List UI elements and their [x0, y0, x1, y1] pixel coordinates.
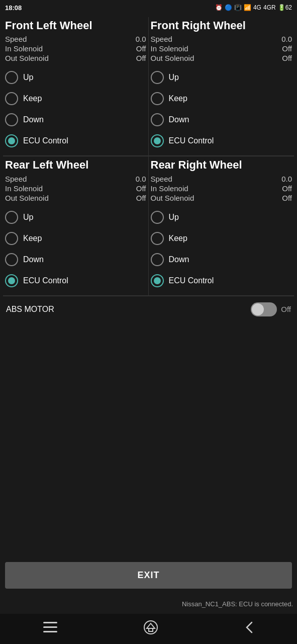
svg-rect-1: [43, 626, 57, 628]
rear-right-up-label: Up: [169, 213, 179, 222]
rear-left-speed-row: Speed 0.0: [5, 174, 146, 184]
rear-left-insolenoid-row: In Solenoid Off: [5, 184, 146, 193]
front-left-down-radio[interactable]: [5, 113, 18, 126]
rear-left-down-radio[interactable]: [5, 253, 18, 266]
speed-label: Speed: [5, 35, 27, 43]
rear-right-ecu-label: ECU Control: [169, 276, 214, 285]
rear-left-ecu-radio[interactable]: [5, 274, 18, 287]
rear-left-down[interactable]: Down: [5, 249, 146, 270]
front-left-down-label: Down: [23, 115, 44, 124]
svg-rect-0: [43, 622, 57, 623]
network-4g: 4G: [253, 4, 261, 11]
front-left-ecu-radio[interactable]: [5, 134, 18, 147]
front-right-keep[interactable]: Keep: [151, 88, 292, 109]
abs-motor-label: ABS MOTOR: [6, 305, 246, 314]
network-4gr: 4GR: [263, 4, 276, 11]
main-content: Front Left Wheel Speed 0.0 In Solenoid O…: [0, 15, 297, 323]
front-right-keep-radio[interactable]: [151, 92, 164, 105]
front-right-outsolenoid-row: Out Solenoid Off: [151, 53, 292, 63]
front-left-keep[interactable]: Keep: [5, 88, 146, 109]
toggle-container: Off: [251, 302, 291, 316]
front-right-down-radio[interactable]: [151, 113, 164, 126]
rear-left-up-label: Up: [23, 213, 33, 222]
front-right-up[interactable]: Up: [151, 67, 292, 88]
front-left-section: Front Left Wheel Speed 0.0 In Solenoid O…: [3, 17, 149, 155]
rear-right-outsolenoid-row: Out Solenoid Off: [151, 193, 292, 203]
front-left-title: Front Left Wheel: [5, 19, 146, 32]
in-solenoid-label-fr: In Solenoid: [151, 44, 188, 53]
status-footer: Nissan_NC1_ABS: ECU is connected.: [0, 598, 297, 610]
rear-left-section: Rear Left Wheel Speed 0.0 In Solenoid Of…: [3, 156, 149, 295]
nav-home-icon[interactable]: [134, 615, 168, 642]
front-right-insolenoid-row: In Solenoid Off: [151, 44, 292, 53]
exit-button[interactable]: EXIT: [5, 562, 292, 589]
front-left-speed-value: 0.0: [136, 35, 146, 43]
front-left-down[interactable]: Down: [5, 109, 146, 130]
front-left-radio-group: Up Keep Down ECU Control: [5, 67, 146, 151]
out-solenoid-label: Out Solenoid: [5, 54, 49, 62]
rear-left-speed-value: 0.0: [136, 175, 146, 183]
rear-right-radio-group: Up Keep Down ECU Control: [151, 207, 292, 291]
toggle-knob: [252, 303, 264, 315]
out-solenoid-label-rr: Out Solenoid: [151, 194, 194, 202]
front-right-radio-group: Up Keep Down ECU Control: [151, 67, 292, 151]
rear-left-insolenoid-value: Off: [136, 184, 146, 193]
front-right-up-radio[interactable]: [151, 71, 164, 84]
front-left-speed-row: Speed 0.0: [5, 34, 146, 44]
rear-right-down-radio[interactable]: [151, 253, 164, 266]
rear-left-up[interactable]: Up: [5, 207, 146, 228]
out-solenoid-label-fr: Out Solenoid: [151, 54, 194, 62]
front-right-keep-label: Keep: [169, 94, 187, 103]
rear-right-ecu[interactable]: ECU Control: [151, 270, 292, 291]
abs-motor-row: ABS MOTOR Off: [3, 296, 294, 323]
battery-icon: 🔋62: [278, 4, 292, 11]
abs-motor-value: Off: [281, 305, 291, 313]
front-left-up-radio[interactable]: [5, 71, 18, 84]
rear-right-keep[interactable]: Keep: [151, 228, 292, 249]
nav-menu-icon[interactable]: [33, 617, 67, 641]
time: 18:08: [5, 4, 22, 12]
front-left-keep-radio[interactable]: [5, 92, 18, 105]
rear-right-insolenoid-row: In Solenoid Off: [151, 184, 292, 193]
wifi-icon: 📶: [244, 4, 251, 11]
in-solenoid-label: In Solenoid: [5, 44, 43, 53]
status-bar: 18:08 ⏰ 🔵 📳 📶 4G 4GR 🔋62: [0, 0, 297, 15]
status-icons: ⏰ 🔵 📳 📶 4G 4GR 🔋62: [215, 4, 292, 11]
bluetooth-icon: 🔵: [225, 4, 232, 11]
rear-right-keep-label: Keep: [169, 234, 187, 243]
rear-right-up-radio[interactable]: [151, 211, 164, 224]
rear-left-keep[interactable]: Keep: [5, 228, 146, 249]
rear-right-section: Rear Right Wheel Speed 0.0 In Solenoid O…: [149, 156, 294, 295]
rear-left-ecu[interactable]: ECU Control: [5, 270, 146, 291]
speed-label-rl: Speed: [5, 175, 27, 183]
rear-right-down-label: Down: [169, 255, 189, 264]
rear-left-title: Rear Left Wheel: [5, 158, 146, 172]
rear-right-title: Rear Right Wheel: [151, 158, 292, 172]
front-right-up-label: Up: [169, 73, 179, 82]
front-right-down[interactable]: Down: [151, 109, 292, 130]
rear-right-insolenoid-value: Off: [282, 184, 292, 193]
front-right-ecu[interactable]: ECU Control: [151, 130, 292, 151]
out-solenoid-label-rl: Out Solenoid: [5, 194, 49, 202]
rear-left-up-radio[interactable]: [5, 211, 18, 224]
front-left-ecu-label: ECU Control: [23, 136, 68, 145]
rear-right-keep-radio[interactable]: [151, 232, 164, 245]
abs-motor-toggle[interactable]: [251, 302, 277, 316]
rear-right-up[interactable]: Up: [151, 207, 292, 228]
front-right-title: Front Right Wheel: [151, 19, 292, 32]
front-left-outsolenoid-value: Off: [136, 54, 146, 62]
wheels-grid: Front Left Wheel Speed 0.0 In Solenoid O…: [3, 17, 294, 155]
front-right-insolenoid-value: Off: [282, 44, 292, 53]
speed-label-fr: Speed: [151, 35, 172, 43]
svg-rect-5: [149, 628, 153, 631]
rear-right-outsolenoid-value: Off: [282, 194, 292, 202]
rear-left-keep-radio[interactable]: [5, 232, 18, 245]
front-right-speed-row: Speed 0.0: [151, 34, 292, 44]
front-right-ecu-radio[interactable]: [151, 134, 164, 147]
rear-right-ecu-radio[interactable]: [151, 274, 164, 287]
front-left-up[interactable]: Up: [5, 67, 146, 88]
front-left-insolenoid-row: In Solenoid Off: [5, 44, 146, 53]
front-left-ecu[interactable]: ECU Control: [5, 130, 146, 151]
nav-back-icon[interactable]: [235, 615, 264, 642]
rear-right-down[interactable]: Down: [151, 249, 292, 270]
